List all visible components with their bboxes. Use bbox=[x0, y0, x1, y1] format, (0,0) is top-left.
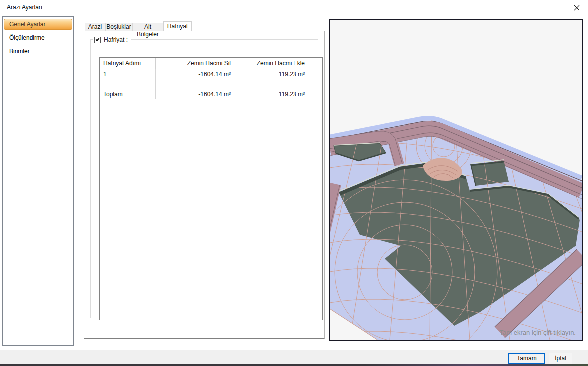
checkbox-check-icon bbox=[96, 37, 100, 41]
header-zemin-hacmi-ekle[interactable]: Zemin Hacmi Ekle bbox=[235, 58, 309, 69]
table-row-total[interactable]: Toplam -1604.14 m³ 119.23 m³ bbox=[100, 89, 322, 99]
tab-hafriyat[interactable]: Hafriyat bbox=[163, 21, 192, 31]
preview-hint: Tam ekran için çift tıklayın. bbox=[500, 329, 576, 336]
cell-step-name bbox=[100, 79, 156, 89]
cell-step-name: 1 bbox=[100, 69, 156, 79]
tab-bosluklar[interactable]: Boşluklar bbox=[105, 23, 132, 31]
dialog-footer: Tamam İptal bbox=[0, 350, 588, 364]
hafriyat-checkbox-label: Hafriyat : bbox=[104, 36, 128, 43]
cell-cut-volume bbox=[156, 79, 235, 89]
terrain-3d-scene: Tam ekran için çift tıklayın. bbox=[330, 20, 582, 340]
cell-fill-volume bbox=[235, 79, 309, 89]
sidebar-item-genel-ayarlar[interactable]: Genel Ayarlar bbox=[4, 19, 72, 30]
tab-alt-bolgeler[interactable]: Alt Bölgeler bbox=[132, 23, 163, 31]
cell-cut-volume: -1604.14 m³ bbox=[156, 89, 235, 99]
tab-arazi[interactable]: Arazi bbox=[85, 23, 105, 31]
excavation-table: Hafriyat Adımı Zemin Hacmi Sil Zemin Hac… bbox=[99, 57, 323, 320]
close-button[interactable] bbox=[570, 2, 583, 14]
sidebar-item-birimler[interactable]: Birimler bbox=[4, 46, 72, 57]
close-icon bbox=[574, 5, 580, 11]
tab-page-hafriyat: Hafriyat : Hafriyat Adımı Zemin Hacmi Si… bbox=[84, 31, 325, 339]
terrain-3d-preview[interactable]: Tam ekran için çift tıklayın. bbox=[329, 19, 583, 341]
ok-button[interactable]: Tamam bbox=[508, 353, 545, 364]
table-header-row: Hafriyat Adımı Zemin Hacmi Sil Zemin Hac… bbox=[100, 58, 322, 69]
header-zemin-hacmi-sil[interactable]: Zemin Hacmi Sil bbox=[156, 58, 235, 69]
category-list: Genel Ayarlar Ölçülendirme Birimler bbox=[2, 16, 74, 346]
background-app-strip bbox=[0, 364, 588, 366]
sidebar-item-olculendirme[interactable]: Ölçülendirme bbox=[4, 32, 72, 43]
table-row[interactable]: 1 -1604.14 m³ 119.23 m³ bbox=[100, 69, 322, 79]
cell-cut-volume: -1604.14 m³ bbox=[156, 69, 235, 79]
table-row[interactable] bbox=[100, 79, 322, 89]
cancel-button[interactable]: İptal bbox=[549, 353, 572, 364]
cell-step-name: Toplam bbox=[100, 89, 156, 99]
cell-fill-volume: 119.23 m³ bbox=[235, 89, 309, 99]
header-hafriyat-adimi[interactable]: Hafriyat Adımı bbox=[100, 58, 156, 69]
hafriyat-checkbox[interactable] bbox=[94, 37, 101, 43]
window-title: Arazi Ayarları bbox=[7, 0, 42, 15]
cell-fill-volume: 119.23 m³ bbox=[235, 69, 309, 79]
titlebar: Arazi Ayarları bbox=[0, 0, 588, 15]
hafriyat-groupbox: Hafriyat : Hafriyat Adımı Zemin Hacmi Si… bbox=[90, 39, 318, 318]
